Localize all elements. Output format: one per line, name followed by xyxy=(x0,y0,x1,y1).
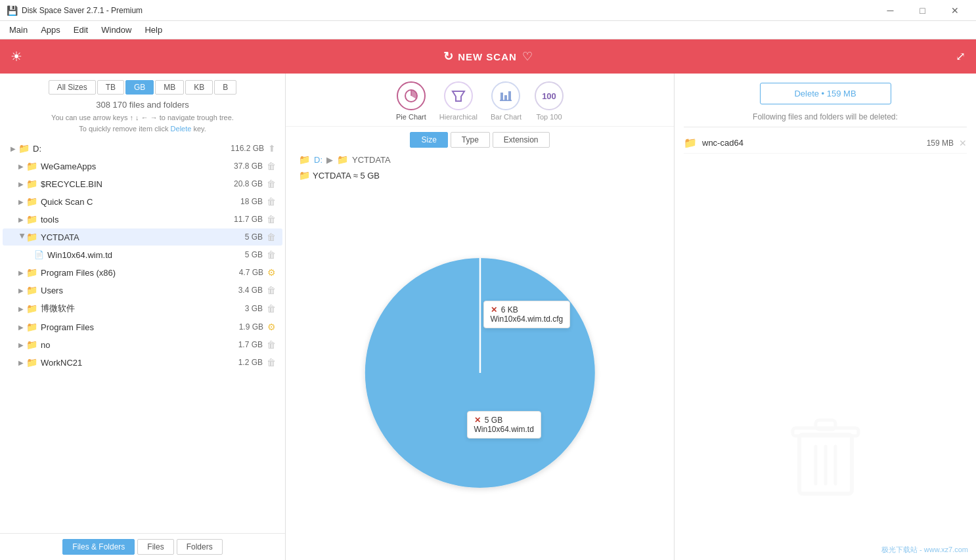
trash-icon[interactable]: 🗑 xyxy=(267,179,276,189)
breadcrumb-root[interactable]: D: xyxy=(314,155,322,165)
tree-item-recycle[interactable]: ▶ 📁 $RECYCLE.BIN 20.8 GB 🗑 xyxy=(3,175,282,192)
new-scan-label: NEW SCAN xyxy=(458,51,517,62)
trash-icon[interactable]: 🗑 xyxy=(267,232,276,242)
tree-size: 3 GB xyxy=(245,304,263,313)
trash-icon[interactable]: 🗑 xyxy=(267,303,276,314)
tab-top100[interactable]: 100 Top 100 xyxy=(535,81,564,121)
main-layout: All Sizes TB GB MB KB B 308 170 files an… xyxy=(0,74,976,560)
refresh-icon: ↻ xyxy=(443,49,454,64)
breadcrumb-folder-icon2: 📁 xyxy=(337,154,348,165)
filter-files-folders[interactable]: Files & Folders xyxy=(62,539,135,555)
delete-btn-area: Delete • 159 MB xyxy=(675,74,976,110)
trash-icon[interactable]: 🗑 xyxy=(267,214,276,225)
size-btn-b[interactable]: B xyxy=(214,80,236,95)
filter-files[interactable]: Files xyxy=(137,539,173,555)
trash-icon[interactable]: 🗑 xyxy=(267,196,276,207)
tree-item-tools[interactable]: ▶ 📁 tools 11.7 GB 🗑 xyxy=(3,211,282,228)
new-scan-button[interactable]: ↻ NEW SCAN xyxy=(443,49,517,64)
folder-icon: 📁 xyxy=(26,179,37,189)
tree-item-bowang[interactable]: ▶ 📁 博微软件 3 GB 🗑 xyxy=(3,299,282,318)
close-button[interactable]: ✕ xyxy=(940,0,969,21)
tree-size: 11.7 GB xyxy=(234,215,263,224)
tab-pie-chart[interactable]: Pie Chart xyxy=(396,81,426,121)
tree-item-yctdata[interactable]: ▶ 📁 YCTDATA 5 GB 🗑 xyxy=(3,228,282,246)
tree-item-no[interactable]: ▶ 📁 no 1.7 GB 🗑 xyxy=(3,336,282,353)
size-btn-kb[interactable]: KB xyxy=(185,80,213,95)
delete-key-hint: Delete xyxy=(171,125,192,133)
hierarchical-label: Hierarchical xyxy=(439,113,477,121)
trash-placeholder xyxy=(675,349,976,561)
delete-item-remove-icon[interactable]: ✕ xyxy=(959,138,967,148)
menu-apps[interactable]: Apps xyxy=(34,22,67,37)
warning-icon[interactable]: ⚙ xyxy=(267,322,276,332)
tree-item-wegameapps[interactable]: ▶ 📁 WeGameApps 37.8 GB 🗑 xyxy=(3,158,282,175)
tree-item-programfiles[interactable]: ▶ 📁 Program Files 1.9 GB ⚙ xyxy=(3,318,282,335)
trash-icon[interactable]: 🗑 xyxy=(267,249,276,260)
tree-label: Quick Scan C xyxy=(41,197,240,207)
delete-info: Following files and folders will be dele… xyxy=(675,110,976,127)
chevron-icon: ▶ xyxy=(18,359,26,366)
tree-item-win10wim[interactable]: 📄 Win10x64.wim.td 5 GB 🗑 xyxy=(3,246,282,263)
tree-label: 博微软件 xyxy=(41,303,245,314)
folder-icon: 📁 xyxy=(26,339,37,350)
tree-item-d[interactable]: ▶ 📁 D: 116.2 GB ⬆ xyxy=(3,140,282,157)
tree-label: tools xyxy=(41,215,234,225)
data-tab-extension[interactable]: Extension xyxy=(493,132,550,148)
folder-icon: 📁 xyxy=(684,137,697,149)
chevron-icon: ▶ xyxy=(18,341,26,349)
trash-icon[interactable]: 🗑 xyxy=(267,161,276,171)
menu-window[interactable]: Window xyxy=(95,22,138,37)
top100-label: Top 100 xyxy=(536,113,562,121)
folder-icon: 📁 xyxy=(26,285,37,295)
tab-hierarchical[interactable]: Hierarchical xyxy=(439,81,477,121)
folder-label-text: YCTDATA ≈ 5 GB xyxy=(313,171,380,181)
delete-button[interactable]: Delete • 159 MB xyxy=(760,83,891,104)
size-btn-all[interactable]: All Sizes xyxy=(49,80,96,95)
menu-edit[interactable]: Edit xyxy=(67,22,95,37)
top100-icon: 100 xyxy=(535,81,564,110)
minimize-button[interactable]: ─ xyxy=(876,0,905,21)
upload-icon[interactable]: ⬆ xyxy=(268,143,276,154)
size-btn-tb[interactable]: TB xyxy=(97,80,124,95)
toolbar-center: ↻ NEW SCAN ♡ xyxy=(443,49,533,64)
chevron-icon: ▶ xyxy=(18,163,26,170)
trash-large-icon xyxy=(786,408,865,500)
tree-item-users[interactable]: ▶ 📁 Users 3.4 GB 🗑 xyxy=(3,282,282,299)
tree-size: 37.8 GB xyxy=(234,162,263,171)
data-tab-type[interactable]: Type xyxy=(451,132,490,148)
heart-icon[interactable]: ♡ xyxy=(522,49,533,64)
tree-size: 18 GB xyxy=(240,197,263,206)
tab-bar-chart[interactable]: Bar Chart xyxy=(491,81,521,121)
maximize-button[interactable]: □ xyxy=(908,0,937,21)
pie-chart-svg xyxy=(355,248,605,498)
right-panel: Delete • 159 MB Following files and fold… xyxy=(674,74,976,560)
menu-help[interactable]: Help xyxy=(138,22,169,37)
hierarchical-icon xyxy=(444,81,473,110)
data-tab-size[interactable]: Size xyxy=(410,132,447,148)
trash-icon[interactable]: 🗑 xyxy=(267,285,276,295)
tree-item-worknc21[interactable]: ▶ 📁 WorkNC21 1.2 GB 🗑 xyxy=(3,354,282,371)
tree-size: 20.8 GB xyxy=(234,179,263,188)
title-bar: 💾 Disk Space Saver 2.7.1 - Premium ─ □ ✕ xyxy=(0,0,976,21)
center-panel: Pie Chart Hierarchical xyxy=(286,74,674,560)
menu-main[interactable]: Main xyxy=(3,22,34,37)
tree-size: 3.4 GB xyxy=(238,286,263,295)
filter-folders[interactable]: Folders xyxy=(177,539,223,555)
bar-chart-icon xyxy=(491,81,520,110)
toolbar: ☀ ↻ NEW SCAN ♡ ⤢ xyxy=(0,39,976,74)
size-btn-mb[interactable]: MB xyxy=(155,80,184,95)
sun-icon[interactable]: ☀ xyxy=(11,49,22,64)
chevron-icon: ▶ xyxy=(18,324,26,331)
data-tabs: Size Type Extension xyxy=(286,127,674,150)
size-btn-gb[interactable]: GB xyxy=(125,80,154,95)
tree-item-quickscan[interactable]: ▶ 📁 Quick Scan C 18 GB 🗑 xyxy=(3,193,282,210)
tree-item-programfilesx86[interactable]: ▶ 📁 Program Files (x86) 4.7 GB ⚙ xyxy=(3,264,282,281)
folder-label: 📁 YCTDATA ≈ 5 GB xyxy=(286,169,674,186)
nav-hint: You can use arrow keys ↑ ↓ ← → to naviga… xyxy=(0,112,285,139)
trash-icon[interactable]: 🗑 xyxy=(267,357,276,368)
trash-icon[interactable]: 🗑 xyxy=(267,339,276,350)
share-icon[interactable]: ⤢ xyxy=(956,50,965,63)
chevron-icon: ▶ xyxy=(18,216,26,223)
tree-label: Program Files xyxy=(41,322,239,332)
warning-icon[interactable]: ⚙ xyxy=(267,267,276,278)
